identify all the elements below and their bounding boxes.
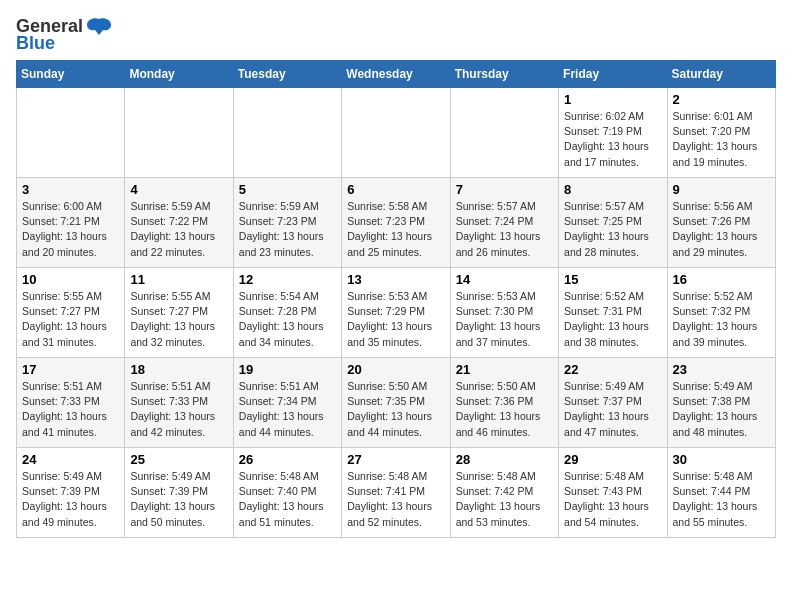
- day-number: 24: [22, 452, 119, 467]
- logo-bird-icon: [85, 17, 113, 37]
- day-cell: 3Sunrise: 6:00 AM Sunset: 7:21 PM Daylig…: [17, 178, 125, 268]
- day-info: Sunrise: 6:00 AM Sunset: 7:21 PM Dayligh…: [22, 199, 119, 260]
- day-info: Sunrise: 5:54 AM Sunset: 7:28 PM Dayligh…: [239, 289, 336, 350]
- day-info: Sunrise: 5:53 AM Sunset: 7:30 PM Dayligh…: [456, 289, 553, 350]
- day-number: 29: [564, 452, 661, 467]
- day-cell: 14Sunrise: 5:53 AM Sunset: 7:30 PM Dayli…: [450, 268, 558, 358]
- day-number: 18: [130, 362, 227, 377]
- day-number: 27: [347, 452, 444, 467]
- day-cell: 11Sunrise: 5:55 AM Sunset: 7:27 PM Dayli…: [125, 268, 233, 358]
- day-number: 19: [239, 362, 336, 377]
- day-info: Sunrise: 5:48 AM Sunset: 7:43 PM Dayligh…: [564, 469, 661, 530]
- day-cell: 5Sunrise: 5:59 AM Sunset: 7:23 PM Daylig…: [233, 178, 341, 268]
- day-number: 5: [239, 182, 336, 197]
- day-number: 8: [564, 182, 661, 197]
- day-info: Sunrise: 5:51 AM Sunset: 7:33 PM Dayligh…: [22, 379, 119, 440]
- day-cell: 13Sunrise: 5:53 AM Sunset: 7:29 PM Dayli…: [342, 268, 450, 358]
- day-info: Sunrise: 5:48 AM Sunset: 7:42 PM Dayligh…: [456, 469, 553, 530]
- week-row-3: 10Sunrise: 5:55 AM Sunset: 7:27 PM Dayli…: [17, 268, 776, 358]
- header-tuesday: Tuesday: [233, 61, 341, 88]
- week-row-5: 24Sunrise: 5:49 AM Sunset: 7:39 PM Dayli…: [17, 448, 776, 538]
- day-info: Sunrise: 5:48 AM Sunset: 7:41 PM Dayligh…: [347, 469, 444, 530]
- day-info: Sunrise: 6:02 AM Sunset: 7:19 PM Dayligh…: [564, 109, 661, 170]
- day-cell: 21Sunrise: 5:50 AM Sunset: 7:36 PM Dayli…: [450, 358, 558, 448]
- day-info: Sunrise: 5:57 AM Sunset: 7:24 PM Dayligh…: [456, 199, 553, 260]
- day-info: Sunrise: 5:49 AM Sunset: 7:39 PM Dayligh…: [130, 469, 227, 530]
- day-info: Sunrise: 5:59 AM Sunset: 7:23 PM Dayligh…: [239, 199, 336, 260]
- day-info: Sunrise: 5:55 AM Sunset: 7:27 PM Dayligh…: [22, 289, 119, 350]
- day-info: Sunrise: 5:48 AM Sunset: 7:40 PM Dayligh…: [239, 469, 336, 530]
- day-cell: 19Sunrise: 5:51 AM Sunset: 7:34 PM Dayli…: [233, 358, 341, 448]
- day-info: Sunrise: 5:58 AM Sunset: 7:23 PM Dayligh…: [347, 199, 444, 260]
- day-number: 20: [347, 362, 444, 377]
- week-row-2: 3Sunrise: 6:00 AM Sunset: 7:21 PM Daylig…: [17, 178, 776, 268]
- day-number: 26: [239, 452, 336, 467]
- day-number: 2: [673, 92, 770, 107]
- day-cell: 8Sunrise: 5:57 AM Sunset: 7:25 PM Daylig…: [559, 178, 667, 268]
- day-number: 12: [239, 272, 336, 287]
- day-number: 23: [673, 362, 770, 377]
- header-friday: Friday: [559, 61, 667, 88]
- day-cell: 12Sunrise: 5:54 AM Sunset: 7:28 PM Dayli…: [233, 268, 341, 358]
- day-cell: [233, 88, 341, 178]
- day-info: Sunrise: 5:55 AM Sunset: 7:27 PM Dayligh…: [130, 289, 227, 350]
- day-info: Sunrise: 5:49 AM Sunset: 7:37 PM Dayligh…: [564, 379, 661, 440]
- day-cell: 24Sunrise: 5:49 AM Sunset: 7:39 PM Dayli…: [17, 448, 125, 538]
- day-cell: 29Sunrise: 5:48 AM Sunset: 7:43 PM Dayli…: [559, 448, 667, 538]
- day-cell: 25Sunrise: 5:49 AM Sunset: 7:39 PM Dayli…: [125, 448, 233, 538]
- day-cell: [450, 88, 558, 178]
- day-cell: 6Sunrise: 5:58 AM Sunset: 7:23 PM Daylig…: [342, 178, 450, 268]
- day-cell: 18Sunrise: 5:51 AM Sunset: 7:33 PM Dayli…: [125, 358, 233, 448]
- header: General Blue: [16, 16, 776, 54]
- header-saturday: Saturday: [667, 61, 775, 88]
- day-cell: 7Sunrise: 5:57 AM Sunset: 7:24 PM Daylig…: [450, 178, 558, 268]
- day-info: Sunrise: 5:50 AM Sunset: 7:36 PM Dayligh…: [456, 379, 553, 440]
- day-number: 13: [347, 272, 444, 287]
- day-info: Sunrise: 5:53 AM Sunset: 7:29 PM Dayligh…: [347, 289, 444, 350]
- day-info: Sunrise: 6:01 AM Sunset: 7:20 PM Dayligh…: [673, 109, 770, 170]
- day-info: Sunrise: 5:49 AM Sunset: 7:38 PM Dayligh…: [673, 379, 770, 440]
- day-number: 10: [22, 272, 119, 287]
- day-info: Sunrise: 5:49 AM Sunset: 7:39 PM Dayligh…: [22, 469, 119, 530]
- day-info: Sunrise: 5:50 AM Sunset: 7:35 PM Dayligh…: [347, 379, 444, 440]
- day-number: 30: [673, 452, 770, 467]
- logo: General Blue: [16, 16, 113, 54]
- week-row-1: 1Sunrise: 6:02 AM Sunset: 7:19 PM Daylig…: [17, 88, 776, 178]
- day-cell: 10Sunrise: 5:55 AM Sunset: 7:27 PM Dayli…: [17, 268, 125, 358]
- day-cell: 22Sunrise: 5:49 AM Sunset: 7:37 PM Dayli…: [559, 358, 667, 448]
- day-cell: 26Sunrise: 5:48 AM Sunset: 7:40 PM Dayli…: [233, 448, 341, 538]
- day-cell: 23Sunrise: 5:49 AM Sunset: 7:38 PM Dayli…: [667, 358, 775, 448]
- day-info: Sunrise: 5:51 AM Sunset: 7:34 PM Dayligh…: [239, 379, 336, 440]
- day-number: 4: [130, 182, 227, 197]
- day-info: Sunrise: 5:59 AM Sunset: 7:22 PM Dayligh…: [130, 199, 227, 260]
- day-number: 7: [456, 182, 553, 197]
- day-number: 6: [347, 182, 444, 197]
- day-cell: [125, 88, 233, 178]
- day-info: Sunrise: 5:48 AM Sunset: 7:44 PM Dayligh…: [673, 469, 770, 530]
- day-number: 1: [564, 92, 661, 107]
- day-number: 11: [130, 272, 227, 287]
- day-number: 14: [456, 272, 553, 287]
- day-number: 16: [673, 272, 770, 287]
- day-info: Sunrise: 5:51 AM Sunset: 7:33 PM Dayligh…: [130, 379, 227, 440]
- day-cell: 17Sunrise: 5:51 AM Sunset: 7:33 PM Dayli…: [17, 358, 125, 448]
- day-cell: 30Sunrise: 5:48 AM Sunset: 7:44 PM Dayli…: [667, 448, 775, 538]
- day-cell: [342, 88, 450, 178]
- day-cell: 4Sunrise: 5:59 AM Sunset: 7:22 PM Daylig…: [125, 178, 233, 268]
- calendar-header-row: SundayMondayTuesdayWednesdayThursdayFrid…: [17, 61, 776, 88]
- day-number: 15: [564, 272, 661, 287]
- day-cell: 1Sunrise: 6:02 AM Sunset: 7:19 PM Daylig…: [559, 88, 667, 178]
- day-number: 28: [456, 452, 553, 467]
- day-number: 3: [22, 182, 119, 197]
- header-monday: Monday: [125, 61, 233, 88]
- day-number: 9: [673, 182, 770, 197]
- day-number: 17: [22, 362, 119, 377]
- day-cell: 16Sunrise: 5:52 AM Sunset: 7:32 PM Dayli…: [667, 268, 775, 358]
- header-thursday: Thursday: [450, 61, 558, 88]
- day-info: Sunrise: 5:57 AM Sunset: 7:25 PM Dayligh…: [564, 199, 661, 260]
- day-number: 21: [456, 362, 553, 377]
- calendar-table: SundayMondayTuesdayWednesdayThursdayFrid…: [16, 60, 776, 538]
- day-info: Sunrise: 5:52 AM Sunset: 7:31 PM Dayligh…: [564, 289, 661, 350]
- header-wednesday: Wednesday: [342, 61, 450, 88]
- day-number: 25: [130, 452, 227, 467]
